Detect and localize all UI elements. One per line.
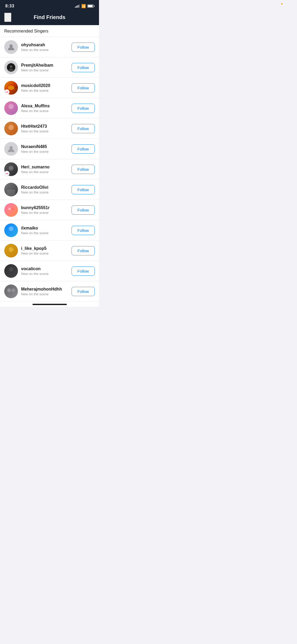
user-name: bunny625551r xyxy=(21,205,72,210)
user-subtitle: New on the scene xyxy=(21,89,72,93)
section-header: Recommended Singers xyxy=(0,25,99,37)
vip-badge: VIP xyxy=(4,89,10,95)
avatar xyxy=(4,284,18,298)
avatar-container xyxy=(4,40,18,54)
user-subtitle: New on the scene xyxy=(21,272,72,276)
svg-point-24 xyxy=(4,284,18,298)
user-info: vocalicon New on the scene xyxy=(21,266,72,276)
user-list: ohyuhsarah New on the scene Follow Premj… xyxy=(0,37,99,302)
svg-point-17 xyxy=(11,208,14,210)
follow-button[interactable]: Follow xyxy=(72,63,95,72)
battery-icon xyxy=(87,4,94,8)
avatar xyxy=(4,183,18,196)
user-name: Heri_sumarno xyxy=(21,165,72,169)
user-info: i_like_kpop5 New on the scene xyxy=(21,246,72,255)
follow-button[interactable]: Follow xyxy=(72,104,95,113)
avatar xyxy=(4,244,18,257)
avatar xyxy=(4,142,18,156)
list-item: PremjitAheibam New on the scene Follow xyxy=(0,57,99,78)
svg-point-16 xyxy=(8,208,11,210)
user-name: PremjitAheibam xyxy=(21,63,72,68)
list-item: RiccardoOlivi New on the scene Follow xyxy=(0,180,99,200)
avatar xyxy=(4,61,18,74)
list-item: NuraeniN485 New on the scene Follow xyxy=(0,139,99,159)
avatar-container xyxy=(4,61,18,74)
list-item: ohyuhsarah New on the scene Follow xyxy=(0,37,99,57)
home-indicator xyxy=(0,302,99,307)
avatar-container: VIP xyxy=(4,81,18,95)
svg-point-5 xyxy=(8,86,14,90)
user-subtitle: New on the scene xyxy=(21,292,72,296)
user-subtitle: New on the scene xyxy=(21,231,72,235)
avatar-container xyxy=(4,244,18,257)
user-info: musicdoll2020 New on the scene xyxy=(21,83,72,93)
follow-button[interactable]: Follow xyxy=(72,165,95,174)
user-name: HtetHtet2473 xyxy=(21,124,72,129)
user-subtitle: New on the scene xyxy=(21,211,72,215)
svg-point-2 xyxy=(10,65,12,68)
nav-header: ‹ Find Friends xyxy=(0,11,99,25)
status-icons: 📶 xyxy=(75,4,94,8)
user-name: MeherajmohonHdhh xyxy=(21,287,72,292)
avatar xyxy=(4,264,18,278)
avatar xyxy=(4,122,18,135)
follow-button[interactable]: Follow xyxy=(72,205,95,215)
avatar-container xyxy=(4,223,18,237)
user-name: Alexa_Muffins xyxy=(21,104,72,108)
user-name: RiccardoOlivi xyxy=(21,185,72,190)
avatar xyxy=(4,101,18,115)
user-subtitle: New on the scene xyxy=(21,48,72,52)
user-name: i_like_kpop5 xyxy=(21,246,72,251)
list-item: vocalicon New on the scene Follow xyxy=(0,261,99,281)
avatar xyxy=(4,203,18,217)
svg-point-19 xyxy=(9,226,13,231)
svg-point-21 xyxy=(9,247,13,252)
list-item: VIP Heri_sumarno New on the scene Follow xyxy=(0,159,99,180)
svg-point-25 xyxy=(7,288,11,292)
list-item: HtetHtet2473 New on the scene Follow xyxy=(0,118,99,139)
follow-button[interactable]: Follow xyxy=(72,185,95,194)
user-name: ohyuhsarah xyxy=(21,43,72,47)
follow-button[interactable]: Follow xyxy=(72,226,95,235)
list-item: MeherajmohonHdhh New on the scene Follow xyxy=(0,281,99,302)
follow-button[interactable]: Follow xyxy=(72,246,95,255)
avatar xyxy=(4,40,18,54)
back-button[interactable]: ‹ xyxy=(4,13,11,22)
user-name: ilxmaiko xyxy=(21,226,72,231)
follow-button[interactable]: Follow xyxy=(72,83,95,93)
user-info: bunny625551r New on the scene xyxy=(21,205,72,215)
status-bar: 8:33 📶 xyxy=(0,0,99,11)
list-item: VIP musicdoll2020 New on the scene Follo… xyxy=(0,78,99,98)
list-item: i_like_kpop5 New on the scene Follow xyxy=(0,241,99,261)
user-info: Heri_sumarno New on the scene xyxy=(21,165,72,174)
wifi-icon: 📶 xyxy=(81,4,86,8)
user-subtitle: New on the scene xyxy=(21,251,72,255)
list-item: bunny625551r New on the scene Follow xyxy=(0,200,99,220)
svg-point-26 xyxy=(11,288,15,292)
home-bar xyxy=(32,304,67,305)
follow-button[interactable]: Follow xyxy=(72,287,95,296)
vip-badge: VIP xyxy=(4,171,10,176)
user-info: RiccardoOlivi New on the scene xyxy=(21,185,72,194)
avatar-container xyxy=(4,203,18,217)
user-info: HtetHtet2473 New on the scene xyxy=(21,124,72,133)
user-subtitle: New on the scene xyxy=(21,129,72,133)
user-info: ilxmaiko New on the scene xyxy=(21,226,72,235)
user-subtitle: New on the scene xyxy=(21,68,72,72)
avatar-container: VIP xyxy=(4,162,18,176)
svg-rect-14 xyxy=(7,190,15,196)
user-info: ohyuhsarah New on the scene xyxy=(21,43,72,52)
user-info: MeherajmohonHdhh New on the scene xyxy=(21,287,72,296)
page-title: Find Friends xyxy=(34,14,65,20)
follow-button[interactable]: Follow xyxy=(72,144,95,154)
follow-button[interactable]: Follow xyxy=(72,43,95,52)
user-info: Alexa_Muffins New on the scene xyxy=(21,104,72,113)
follow-button[interactable]: Follow xyxy=(72,266,95,276)
avatar-container xyxy=(4,183,18,196)
svg-point-9 xyxy=(8,125,14,130)
follow-button[interactable]: Follow xyxy=(72,124,95,133)
svg-point-15 xyxy=(4,203,18,217)
svg-point-7 xyxy=(8,104,14,109)
user-info: NuraeniN485 New on the scene xyxy=(21,144,72,154)
avatar-container xyxy=(4,284,18,298)
